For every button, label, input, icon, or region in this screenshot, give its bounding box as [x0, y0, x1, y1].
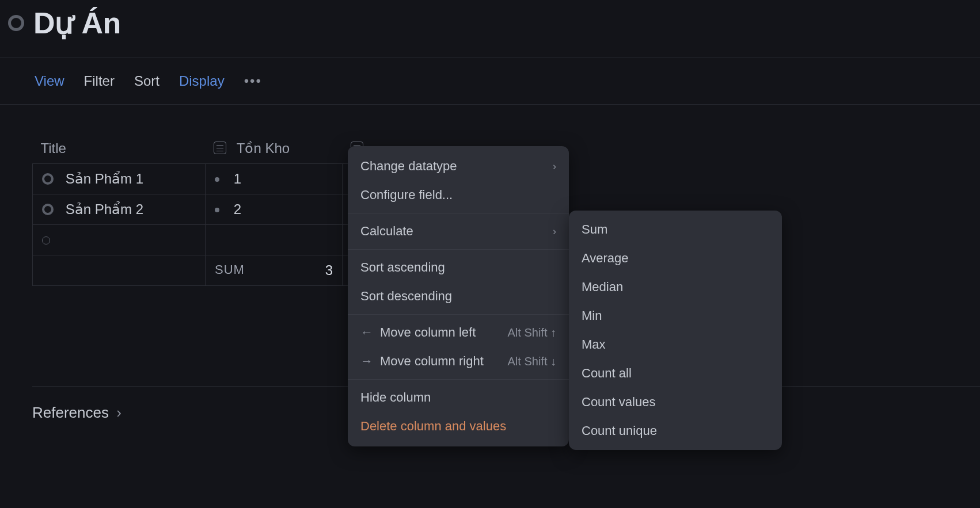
chevron-right-icon: › — [553, 161, 556, 173]
toolbar: View Filter Sort Display ••• — [0, 58, 980, 105]
menu-label: Delete column and values — [360, 419, 506, 434]
shortcut-label: Alt Shift ↓ — [508, 355, 556, 368]
column-header-label: Tồn Kho — [237, 140, 290, 156]
column-header-stock[interactable]: Tồn Kho — [206, 133, 343, 164]
display-button[interactable]: Display — [179, 73, 225, 89]
menu-label: Move column right — [380, 354, 484, 369]
more-icon[interactable]: ••• — [244, 73, 262, 89]
page-header: Dự Án — [0, 0, 980, 58]
bullet-icon — [215, 177, 219, 182]
status-dot-icon — [42, 173, 54, 185]
menu-delete-column[interactable]: Delete column and values — [348, 412, 569, 441]
menu-label: Calculate — [360, 224, 413, 239]
menu-configure-field[interactable]: Configure field... — [348, 181, 569, 209]
sort-button[interactable]: Sort — [134, 73, 159, 89]
filter-button[interactable]: Filter — [84, 73, 115, 89]
cell-title: Sản Phẩm 1 — [66, 171, 143, 186]
submenu-count-all[interactable]: Count all — [569, 359, 782, 388]
bullet-icon — [215, 208, 219, 212]
menu-label: Sort descending — [360, 289, 452, 304]
menu-separator — [348, 249, 569, 250]
list-icon — [214, 142, 226, 154]
submenu-average[interactable]: Average — [569, 244, 782, 273]
menu-separator — [348, 379, 569, 380]
cell-stock: 2 — [234, 201, 241, 217]
submenu-count-unique[interactable]: Count unique — [569, 417, 782, 445]
menu-separator — [348, 314, 569, 315]
summary-value: 3 — [325, 262, 333, 278]
status-dot-icon — [42, 204, 54, 215]
menu-label: Sort ascending — [360, 260, 445, 275]
menu-sort-descending[interactable]: Sort descending — [348, 282, 569, 311]
menu-separator — [348, 213, 569, 213]
menu-sort-ascending[interactable]: Sort ascending — [348, 253, 569, 282]
menu-change-datatype[interactable]: Change datatype › — [348, 152, 569, 181]
submenu-count-values[interactable]: Count values — [569, 388, 782, 417]
menu-move-left[interactable]: ← Move column left Alt Shift ↑ — [348, 318, 569, 347]
cell-stock: 1 — [234, 171, 241, 186]
empty-circle-icon — [42, 236, 50, 245]
cell-title: Sản Phẩm 2 — [66, 201, 143, 217]
submenu-sum[interactable]: Sum — [569, 215, 782, 244]
menu-label: Move column left — [380, 325, 476, 340]
menu-label: Hide column — [360, 390, 431, 405]
submenu-min[interactable]: Min — [569, 301, 782, 330]
menu-calculate[interactable]: Calculate › — [348, 217, 569, 246]
submenu-max[interactable]: Max — [569, 330, 782, 359]
references-label: References — [32, 404, 109, 421]
menu-move-right[interactable]: → Move column right Alt Shift ↓ — [348, 347, 569, 376]
status-dot-icon — [8, 15, 24, 31]
chevron-right-icon: › — [116, 404, 121, 421]
column-context-menu: Change datatype › Configure field... Cal… — [348, 146, 569, 446]
calculate-submenu: Sum Average Median Min Max Count all Cou… — [569, 211, 782, 450]
arrow-right-icon: → — [360, 354, 371, 369]
menu-label: Configure field... — [360, 188, 453, 203]
arrow-left-icon: ← — [360, 325, 371, 340]
shortcut-label: Alt Shift ↑ — [508, 326, 556, 339]
menu-hide-column[interactable]: Hide column — [348, 383, 569, 412]
summary-label: SUM — [215, 262, 245, 277]
column-header-title[interactable]: Title — [33, 133, 206, 164]
submenu-median[interactable]: Median — [569, 273, 782, 301]
view-button[interactable]: View — [35, 73, 64, 89]
column-header-label: Title — [41, 140, 66, 156]
chevron-right-icon: › — [553, 226, 556, 238]
menu-label: Change datatype — [360, 159, 457, 174]
page-title[interactable]: Dự Án — [33, 6, 121, 40]
